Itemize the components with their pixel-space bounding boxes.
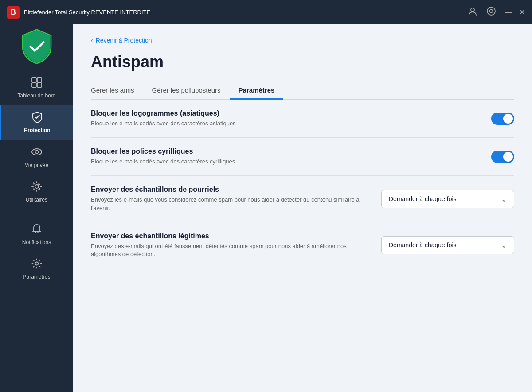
setting-spam-label: Envoyer des échantillons de pourriels xyxy=(91,186,364,194)
setting-legit-desc: Envoyez des e-mails qui ont été fausseme… xyxy=(91,242,364,258)
privacy-icon xyxy=(31,146,43,159)
setting-legit-info: Envoyer des échantillons légitimes Envoy… xyxy=(91,232,381,258)
tab-parametres[interactable]: Paramètres xyxy=(230,82,284,100)
utilities-icon xyxy=(31,181,43,194)
minimize-button[interactable]: — xyxy=(505,8,512,16)
app-layout: Tableau de bord Protection xyxy=(0,24,532,392)
app-title: Bitdefender Total Security REVENTE INTER… xyxy=(24,9,150,16)
tab-polluposteurs[interactable]: Gérer les polluposteurs xyxy=(143,82,230,100)
sidebar-item-parametres[interactable]: Paramètres xyxy=(0,252,73,286)
sidebar-item-notifications[interactable]: Notifications xyxy=(0,217,73,252)
setting-logogrammes-desc: Bloque les e-mails codés avec des caract… xyxy=(91,120,392,128)
setting-spam-control: Demander à chaque fois ⌄ xyxy=(381,190,514,208)
sidebar-label-notifications: Notifications xyxy=(22,239,51,245)
toggle-cyrilliques-knob xyxy=(503,152,513,162)
setting-cyrilliques-info: Bloquer les polices cyrilliques Bloque l… xyxy=(91,147,491,166)
page-title: Antispam xyxy=(91,53,514,71)
setting-cyrilliques-label: Bloquer les polices cyrilliques xyxy=(91,147,473,155)
toggle-cyrilliques[interactable] xyxy=(491,151,514,163)
setting-spam-desc: Envoyez les e-mails que vous considérez … xyxy=(91,196,364,212)
setting-legit-control: Demander à chaque fois ⌄ xyxy=(381,236,514,254)
setting-cyrilliques-control xyxy=(491,151,514,163)
svg-point-0 xyxy=(471,8,474,12)
main-content: ‹ Revenir à Protection Antispam Gérer le… xyxy=(73,24,532,392)
dropdown-spam-chevron-icon: ⌄ xyxy=(501,195,507,203)
close-button[interactable]: ✕ xyxy=(519,8,525,16)
svg-point-11 xyxy=(35,262,38,265)
back-chevron-icon: ‹ xyxy=(91,37,93,44)
settings-section: Bloquer les logogrammes (asiatiques) Blo… xyxy=(91,100,514,268)
sidebar-label-vie-privee: Vie privée xyxy=(25,162,48,168)
titlebar-right: — ✕ xyxy=(468,6,525,18)
svg-point-1 xyxy=(487,7,495,15)
settings-icon xyxy=(31,258,43,271)
svg-rect-6 xyxy=(37,83,42,87)
setting-logogrammes: Bloquer les logogrammes (asiatiques) Blo… xyxy=(91,100,514,138)
account-settings-icon[interactable] xyxy=(486,6,496,18)
dropdown-legit-chevron-icon: ⌄ xyxy=(501,241,507,249)
svg-rect-4 xyxy=(37,78,42,82)
setting-logogrammes-info: Bloquer les logogrammes (asiatiques) Blo… xyxy=(91,109,491,128)
setting-cyrilliques-desc: Bloque les e-mails codés avec des caract… xyxy=(91,158,392,166)
back-link-text: Revenir à Protection xyxy=(96,37,152,44)
setting-legit-samples: Envoyer des échantillons légitimes Envoy… xyxy=(91,222,514,268)
svg-point-2 xyxy=(490,10,493,13)
svg-rect-5 xyxy=(32,83,36,87)
sidebar-nav: Tableau de bord Protection xyxy=(0,70,73,286)
protection-icon xyxy=(31,111,43,124)
sidebar-item-tableau[interactable]: Tableau de bord xyxy=(0,70,73,105)
titlebar: B Bitdefender Total Security REVENTE INT… xyxy=(0,0,532,24)
user-icon[interactable] xyxy=(468,6,477,18)
toggle-logogrammes-knob xyxy=(503,114,513,124)
svg-point-8 xyxy=(35,150,38,153)
toggle-logogrammes[interactable] xyxy=(491,113,514,125)
sidebar-divider xyxy=(8,213,66,213)
sidebar-item-protection[interactable]: Protection xyxy=(0,105,73,140)
app-logo: B xyxy=(7,6,20,19)
dropdown-legit[interactable]: Demander à chaque fois ⌄ xyxy=(381,236,514,254)
dropdown-spam[interactable]: Demander à chaque fois ⌄ xyxy=(381,190,514,208)
setting-spam-samples: Envoyer des échantillons de pourriels En… xyxy=(91,176,514,222)
sidebar-item-utilitaires[interactable]: Utilitaires xyxy=(0,175,73,209)
dropdown-legit-value: Demander à chaque fois xyxy=(389,241,457,248)
svg-point-7 xyxy=(32,149,42,155)
window-controls: — ✕ xyxy=(505,8,525,16)
dropdown-spam-value: Demander à chaque fois xyxy=(389,195,457,202)
setting-cyrilliques: Bloquer les polices cyrilliques Bloque l… xyxy=(91,138,514,176)
setting-spam-info: Envoyer des échantillons de pourriels En… xyxy=(91,186,381,212)
tabs: Gérer les amis Gérer les polluposteurs P… xyxy=(91,82,514,100)
back-link[interactable]: ‹ Revenir à Protection xyxy=(91,37,514,44)
sidebar-label-tableau: Tableau de bord xyxy=(17,93,55,99)
notifications-icon xyxy=(31,223,43,237)
setting-logogrammes-label: Bloquer les logogrammes (asiatiques) xyxy=(91,109,473,117)
sidebar: Tableau de bord Protection xyxy=(0,24,73,392)
sidebar-label-utilitaires: Utilitaires xyxy=(26,197,47,203)
svg-point-9 xyxy=(35,185,39,188)
tab-amis[interactable]: Gérer les amis xyxy=(91,82,143,100)
setting-legit-label: Envoyer des échantillons légitimes xyxy=(91,232,364,240)
sidebar-item-vie-privee[interactable]: Vie privée xyxy=(0,140,73,175)
setting-logogrammes-control xyxy=(491,113,514,125)
titlebar-left: B Bitdefender Total Security REVENTE INT… xyxy=(7,6,150,19)
svg-rect-3 xyxy=(32,78,36,82)
sidebar-logo xyxy=(19,29,55,64)
dashboard-icon xyxy=(31,77,43,90)
sidebar-label-parametres: Paramètres xyxy=(23,274,50,280)
sidebar-label-protection: Protection xyxy=(24,127,50,133)
